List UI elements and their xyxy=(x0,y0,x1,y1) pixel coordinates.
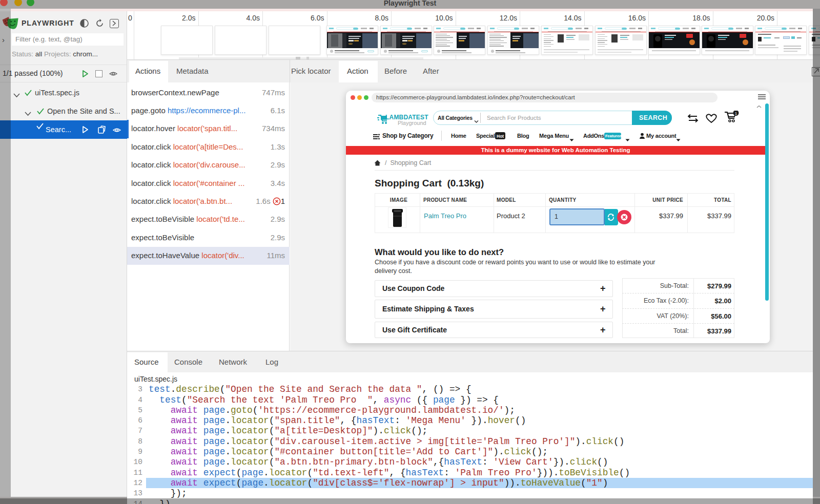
svg-text:1: 1 xyxy=(735,111,737,116)
